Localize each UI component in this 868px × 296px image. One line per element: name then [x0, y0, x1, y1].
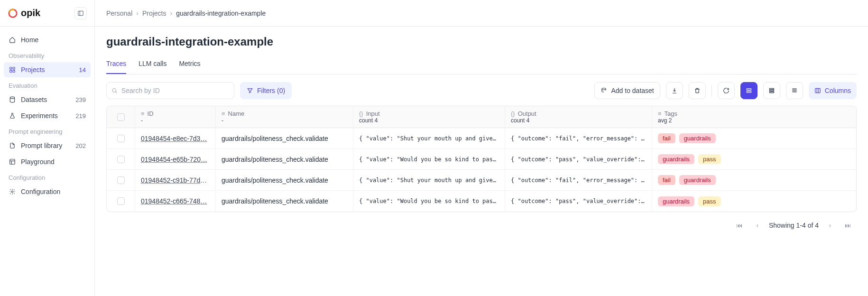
- filter-icon: [247, 87, 253, 94]
- traces-table: ≡ID - ≡Name - {}Input count 4 {}Output c…: [106, 106, 857, 212]
- rows-large-icon: [746, 87, 752, 94]
- pager: ⏮ ‹ Showing 1-4 of 4 › ⏭: [106, 212, 857, 232]
- sidebar-item-label: Prompt library: [21, 142, 62, 149]
- divider: [711, 85, 712, 96]
- breadcrumb-personal[interactable]: Personal: [106, 9, 132, 17]
- sidebar-item-experiments[interactable]: Experiments 219: [4, 108, 91, 123]
- sidebar-item-projects[interactable]: Projects 14: [4, 62, 91, 77]
- sidebar-item-configuration[interactable]: Configuration: [4, 184, 91, 199]
- breadcrumb-current: guardrails-integration-example: [176, 9, 266, 17]
- table-body: 01948454-e8ec-7d3… guardrails/politeness…: [107, 128, 856, 212]
- first-page-button[interactable]: ⏮: [733, 219, 746, 232]
- density-compact-button[interactable]: [786, 82, 803, 99]
- tab-traces[interactable]: Traces: [106, 56, 126, 74]
- table-row[interactable]: 01948452-c91b-77dc… guardrails/politenes…: [107, 170, 856, 191]
- svg-point-15: [602, 88, 606, 90]
- hash-icon: ≡: [141, 110, 145, 117]
- row-checkbox-cell: [107, 191, 135, 212]
- cell-tags: guardrailspass: [652, 149, 856, 169]
- breadcrumb-projects[interactable]: Projects: [142, 9, 166, 17]
- table-row[interactable]: 01948454-e65b-720… guardrails/politeness…: [107, 149, 856, 170]
- search-input[interactable]: [121, 87, 229, 94]
- row-checkbox[interactable]: [117, 135, 125, 142]
- id-link[interactable]: 01948454-e65b-720…: [141, 156, 210, 163]
- tag-guardrails: guardrails: [658, 196, 694, 206]
- sidebar: opik Home Observability Projects 14 Eval…: [0, 0, 95, 296]
- chevron-right-icon: ›: [170, 9, 173, 17]
- cell-input: { "value": "Would you be so kind to pass…: [353, 149, 505, 169]
- braces-icon: {}: [359, 110, 363, 117]
- sidebar-item-datasets[interactable]: Datasets 239: [4, 92, 91, 107]
- svg-rect-19: [769, 90, 774, 91]
- flask-icon: [9, 112, 16, 119]
- download-icon: [671, 87, 678, 94]
- col-tags[interactable]: ≡Tags avg 2: [652, 106, 856, 128]
- row-checkbox[interactable]: [117, 176, 125, 184]
- table-row[interactable]: 01948454-e8ec-7d3… guardrails/politeness…: [107, 128, 856, 149]
- id-link[interactable]: 01948452-c665-748…: [141, 197, 210, 205]
- logo-row: opik: [0, 0, 94, 27]
- cell-id: 01948454-e8ec-7d3…: [135, 128, 216, 148]
- tag-fail: fail: [658, 133, 675, 143]
- tag-pass: pass: [698, 196, 720, 206]
- sidebar-item-label: Playground: [21, 158, 55, 166]
- tab-metrics[interactable]: Metrics: [179, 56, 200, 74]
- next-page-button[interactable]: ›: [823, 219, 837, 232]
- tags-wrap: failguardrails: [658, 175, 850, 185]
- cell-tags: failguardrails: [652, 170, 856, 190]
- nav-section-observability: Observability: [4, 48, 91, 61]
- svg-rect-18: [769, 88, 774, 89]
- sidebar-item-label: Experiments: [21, 112, 58, 120]
- cell-name: guardrails/politeness_check.validate: [216, 170, 353, 190]
- id-link[interactable]: 01948454-e8ec-7d3…: [141, 135, 210, 142]
- col-name[interactable]: ≡Name -: [216, 106, 353, 128]
- download-button[interactable]: [666, 82, 683, 99]
- id-link[interactable]: 01948452-c91b-77dc…: [141, 176, 210, 184]
- col-id[interactable]: ≡ID -: [135, 106, 216, 128]
- page-title: guardrails-integration-example: [106, 35, 857, 48]
- svg-point-13: [112, 89, 116, 92]
- density-comfortable-button[interactable]: [740, 82, 757, 99]
- row-checkbox-cell: [107, 149, 135, 169]
- tag-icon: ≡: [658, 110, 662, 117]
- tag-guardrails: guardrails: [658, 154, 694, 164]
- delete-button[interactable]: [689, 82, 706, 99]
- tag-guardrails: guardrails: [679, 175, 716, 185]
- last-page-button[interactable]: ⏭: [841, 219, 855, 232]
- density-medium-button[interactable]: [763, 82, 780, 99]
- col-output[interactable]: {}Output count 4: [505, 106, 652, 128]
- input-text: { "value": "Shut your mouth up and give …: [359, 135, 499, 142]
- main: Personal › Projects › guardrails-integra…: [95, 0, 868, 296]
- panel-left-icon: [77, 10, 84, 17]
- output-text: { "outcome": "pass", "value_override": "…: [511, 156, 646, 163]
- prev-page-button[interactable]: ‹: [751, 219, 764, 232]
- add-to-dataset-button[interactable]: Add to dataset: [594, 82, 660, 99]
- tab-llm-calls[interactable]: LLM calls: [139, 56, 166, 74]
- row-checkbox-cell: [107, 170, 135, 190]
- sidebar-item-prompt-library[interactable]: Prompt library 202: [4, 138, 91, 153]
- col-input[interactable]: {}Input count 4: [353, 106, 505, 128]
- cell-output: { "outcome": "fail", "error_message": "T…: [505, 170, 652, 190]
- collapse-sidebar-button[interactable]: [74, 7, 87, 19]
- logo[interactable]: opik: [8, 8, 40, 18]
- cell-input: { "value": "Shut your mouth up and give …: [353, 128, 505, 148]
- cell-id: 01948454-e65b-720…: [135, 149, 216, 169]
- columns-button[interactable]: Columns: [809, 82, 857, 99]
- search-input-wrapper[interactable]: [106, 82, 234, 99]
- columns-icon: [814, 87, 821, 94]
- input-text: { "value": "Shut your mouth up and give …: [359, 177, 499, 184]
- cell-output: { "outcome": "pass", "value_override": "…: [505, 149, 652, 169]
- name-text: guardrails/politeness_check.validate: [222, 156, 347, 163]
- refresh-button[interactable]: [718, 82, 735, 99]
- filters-button[interactable]: Filters (0): [240, 82, 292, 99]
- svg-rect-2: [78, 11, 83, 15]
- sidebar-item-playground[interactable]: Playground: [4, 154, 91, 169]
- row-checkbox[interactable]: [117, 156, 125, 163]
- svg-rect-7: [13, 70, 15, 72]
- table-row[interactable]: 01948452-c665-748… guardrails/politeness…: [107, 191, 856, 212]
- row-checkbox[interactable]: [117, 197, 125, 205]
- select-all-checkbox[interactable]: [117, 113, 125, 121]
- row-checkbox-cell: [107, 128, 135, 148]
- sidebar-item-home[interactable]: Home: [4, 32, 91, 47]
- svg-point-8: [10, 97, 14, 99]
